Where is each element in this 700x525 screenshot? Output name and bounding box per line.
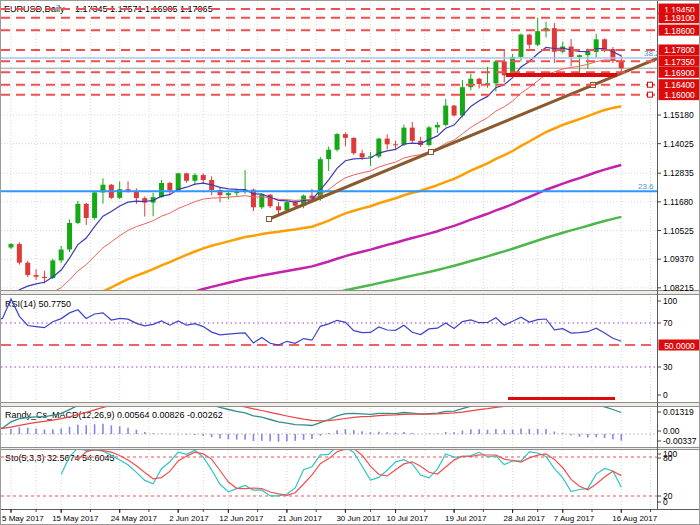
main-price-panel[interactable]: 38.223.6 — [1, 9, 660, 358]
sto-axis-label: 0 — [663, 497, 668, 507]
trend-line-handle[interactable] — [429, 150, 434, 155]
price-axis-label: 1.10525 — [663, 226, 694, 236]
rsi-axis-label: 0 — [663, 390, 668, 400]
price-flag-label: 1.18600 — [664, 26, 695, 36]
candle-body — [401, 128, 406, 145]
candle-body — [410, 128, 415, 141]
candle-body — [25, 263, 30, 275]
candle-body — [343, 134, 348, 138]
price-flag-label: 1.16900 — [664, 68, 695, 78]
date-label: 21 Jun 2017 — [278, 514, 323, 523]
candle-body — [477, 79, 482, 84]
candle-body — [351, 138, 356, 153]
date-label: 15 May 2017 — [52, 514, 99, 523]
candle-body — [75, 204, 80, 223]
candle-body — [67, 223, 72, 250]
price-axis-label: 1.15180 — [663, 110, 694, 120]
candle-body — [59, 249, 64, 260]
macd-axis-label: 0.00 — [663, 426, 680, 436]
macd-header: Randy_Cs_MACD(12,26,9) 0.00564 0.00826 -… — [5, 410, 223, 420]
date-label: 30 Jun 2017 — [336, 514, 381, 523]
candle-body — [535, 31, 540, 45]
price-flag-label: 1.17350 — [664, 57, 695, 67]
macd-axis-label: -0.00337 — [663, 436, 697, 446]
candle-body — [326, 150, 331, 159]
rsi-line — [1, 299, 621, 345]
date-label: 5 May 2017 — [2, 514, 44, 523]
rsi-axis-label: 100 — [663, 296, 677, 306]
candle-body — [34, 275, 39, 277]
date-label: 12 Jun 2017 — [219, 514, 264, 523]
candle-body — [167, 183, 172, 190]
candle-body — [452, 106, 457, 116]
date-label: 7 Aug 2017 — [554, 514, 595, 523]
rsi-highlight-zone — [508, 397, 615, 400]
candle-body — [518, 35, 523, 57]
candle-body — [619, 61, 624, 68]
candle-body — [385, 139, 390, 145]
candle-body — [17, 244, 22, 263]
price-flag-label: 50.0000 — [664, 341, 695, 351]
candle-body — [92, 192, 97, 218]
trading-chart-window: EURUSD,Daily 1.17345 1.17571 1.16905 1.1… — [0, 0, 700, 525]
candle-body — [84, 204, 89, 218]
price-flag-label: 1.17800 — [664, 45, 695, 55]
price-axis-label: 1.08215 — [663, 283, 694, 293]
candle-body — [184, 173, 189, 180]
trend-line-handle[interactable] — [267, 217, 272, 222]
price-axis-label: 1.14025 — [663, 139, 694, 149]
date-label: 19 Jul 2017 — [445, 514, 487, 523]
sto-header: Sto(5,3,3) 32.5674 54.6045 — [5, 453, 115, 463]
price-axis-label: 1.11680 — [663, 197, 693, 207]
price-flag-label: 1.19100 — [664, 13, 695, 23]
candle-body — [226, 193, 231, 195]
candle-body — [192, 175, 197, 181]
candle-body — [577, 55, 582, 57]
candle-body — [585, 52, 590, 55]
candle-body — [602, 39, 607, 49]
sr-line-handle[interactable] — [648, 82, 653, 87]
candle-body — [284, 202, 289, 210]
candle-body — [569, 47, 574, 57]
candle-body — [468, 79, 473, 87]
date-label: 16 Aug 2017 — [612, 514, 657, 523]
candle-body — [360, 153, 365, 157]
candle-body — [527, 35, 532, 45]
candle-body — [393, 144, 398, 145]
price-axis-label: 1.09370 — [663, 254, 694, 264]
price-axis-label: 1.12835 — [663, 168, 694, 178]
sto-axis-label: 80 — [663, 453, 673, 463]
candle-body — [9, 244, 14, 247]
candle-body — [42, 277, 47, 278]
highlight-zone — [506, 73, 617, 77]
candle-body — [460, 87, 465, 115]
chart-canvas[interactable]: EURUSD,Daily 1.17345 1.17571 1.16905 1.1… — [1, 1, 700, 525]
date-label: 10 Jul 2017 — [387, 514, 429, 523]
price-flag-label: 1.16400 — [664, 80, 695, 90]
macd-axis-label: 0.01319 — [663, 407, 694, 417]
rsi-axis-label: 70 — [663, 318, 673, 328]
price-flag-label: 1.16000 — [664, 90, 695, 100]
sr-line-handle[interactable] — [648, 92, 653, 97]
rsi-axis-label: 30 — [663, 362, 673, 372]
date-label: 28 Jul 2017 — [504, 514, 546, 523]
ma-orange — [1, 106, 621, 332]
candle-body — [435, 125, 440, 127]
candle-body — [443, 106, 448, 125]
trend-line — [269, 59, 657, 219]
candle-body — [276, 206, 281, 210]
candle-body — [176, 173, 181, 190]
date-label: 24 May 2017 — [111, 514, 158, 523]
date-label: 2 Jun 2017 — [169, 514, 209, 523]
rsi-panel[interactable] — [1, 299, 657, 400]
fib-level-label: 23.6 — [638, 182, 654, 191]
candle-body — [201, 175, 206, 180]
candle-body — [335, 134, 340, 150]
candle-body — [427, 127, 432, 145]
candle-body — [159, 183, 164, 197]
